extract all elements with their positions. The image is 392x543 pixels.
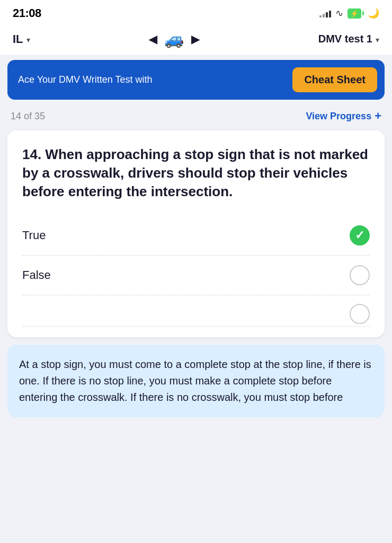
question-count: 14 of 35 bbox=[11, 111, 45, 122]
test-label: DMV test 1 bbox=[318, 33, 372, 45]
answer-false-circle bbox=[350, 265, 370, 285]
explanation-text: At a stop sign, you must come to a compl… bbox=[19, 356, 373, 406]
explanation-box: At a stop sign, you must come to a compl… bbox=[7, 345, 385, 417]
next-vehicle-button[interactable]: ▶ bbox=[191, 33, 199, 46]
answer-false-label: False bbox=[22, 268, 51, 282]
test-selector[interactable]: DMV test 1 ▾ bbox=[318, 33, 379, 45]
answer-true-circle bbox=[350, 225, 370, 246]
plus-icon: + bbox=[375, 109, 381, 123]
answer-empty-row[interactable] bbox=[22, 295, 370, 327]
status-bar: 21:08 ∿ ⚡ 🌙 bbox=[0, 0, 392, 24]
wifi-icon: ∿ bbox=[335, 7, 343, 19]
test-dropdown-icon: ▾ bbox=[376, 36, 379, 44]
state-selector[interactable]: IL ▾ bbox=[13, 32, 30, 46]
vehicle-nav: ◀ 🚙 ▶ bbox=[149, 30, 199, 48]
banner-text: Ace Your DMV Written Test with bbox=[18, 74, 292, 85]
status-time: 21:08 bbox=[13, 6, 41, 20]
question-card: 14. When approaching a stop sign that is… bbox=[7, 130, 385, 337]
view-progress-button[interactable]: View Progress + bbox=[306, 109, 381, 123]
answer-false[interactable]: False bbox=[22, 256, 370, 295]
status-icons: ∿ ⚡ 🌙 bbox=[319, 7, 379, 19]
answer-true-label: True bbox=[22, 229, 46, 242]
cheat-sheet-banner: Ace Your DMV Written Test with Cheat She… bbox=[7, 60, 385, 100]
progress-row: 14 of 35 View Progress + bbox=[0, 100, 392, 130]
answer-empty-circle bbox=[350, 304, 370, 324]
answer-true[interactable]: True bbox=[22, 216, 370, 256]
nav-bar: IL ▾ ◀ 🚙 ▶ DMV test 1 ▾ bbox=[0, 24, 392, 55]
battery-icon: ⚡ bbox=[348, 8, 361, 19]
vehicle-icon: 🚙 bbox=[164, 30, 184, 48]
state-dropdown-icon: ▾ bbox=[26, 36, 30, 44]
cheat-sheet-button[interactable]: Cheat Sheet bbox=[292, 67, 377, 92]
signal-icon bbox=[319, 9, 331, 17]
view-progress-label: View Progress bbox=[306, 111, 371, 122]
moon-icon: 🌙 bbox=[368, 7, 379, 19]
question-text: 14. When approaching a stop sign that is… bbox=[22, 145, 370, 201]
state-label: IL bbox=[13, 32, 23, 46]
prev-vehicle-button[interactable]: ◀ bbox=[149, 33, 157, 46]
